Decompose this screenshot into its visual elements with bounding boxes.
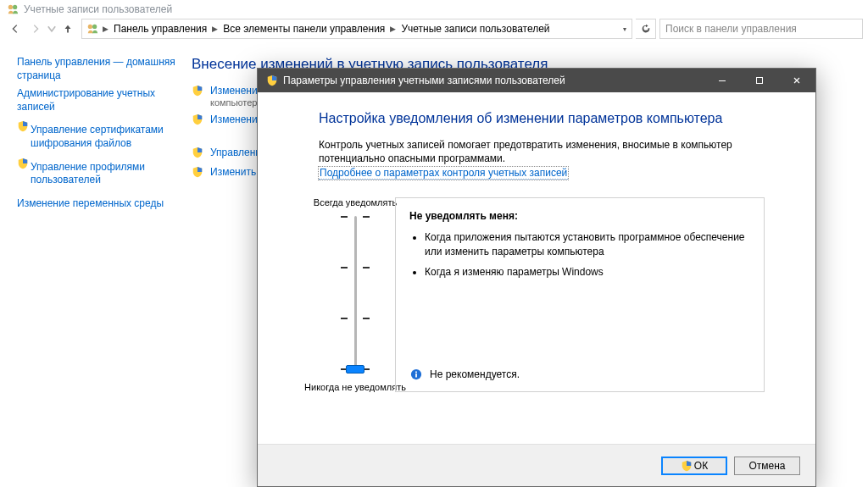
slider-thumb[interactable]: [346, 365, 364, 374]
maximize-button[interactable]: [741, 69, 778, 92]
sidebar-manage-accounts[interactable]: Администрирование учетных записей: [17, 87, 178, 113]
action-link[interactable]: Изменение: [210, 113, 263, 125]
forward-button[interactable]: [25, 19, 46, 39]
back-button[interactable]: [5, 19, 25, 39]
setting-bullets: Когда приложения пытаются установить про…: [409, 230, 750, 279]
sidebar-env-vars[interactable]: Изменение переменных среды: [17, 197, 178, 211]
shield-icon: [17, 158, 29, 172]
slider-column: Всегда уведомлять Никогда не уведомлять: [319, 197, 392, 392]
uac-dialog: Параметры управления учетными записями п…: [257, 68, 816, 487]
window-header: Учетные записи пользователей: [0, 0, 868, 17]
action-link[interactable]: Изменение: [210, 85, 263, 97]
shield-icon: [192, 166, 205, 180]
sidebar-home-link[interactable]: Панель управления — домашняя страница: [17, 56, 178, 82]
setting-title: Не уведомлять меня:: [409, 210, 750, 222]
breadcrumb[interactable]: ▶ Панель управления ▶ Все элементы панел…: [81, 19, 632, 39]
ok-label: ОК: [694, 460, 708, 472]
ok-button[interactable]: ОК: [661, 457, 727, 475]
minimize-button[interactable]: [704, 69, 741, 92]
svg-point-1: [13, 5, 17, 9]
up-button[interactable]: [58, 19, 78, 39]
user-accounts-icon: [84, 23, 101, 35]
dialog-content: Настройка уведомления об изменении парам…: [258, 92, 815, 444]
search-input[interactable]: Поиск в панели управления: [659, 19, 863, 39]
dialog-title: Параметры управления учетными записями п…: [283, 75, 704, 86]
sidebar-certificates[interactable]: Управление сертификатами шифрования файл…: [31, 124, 178, 150]
svg-point-3: [92, 25, 97, 29]
svg-point-0: [8, 5, 13, 9]
refresh-button[interactable]: [636, 19, 656, 39]
breadcrumb-item[interactable]: Учетные записи пользователей: [398, 23, 553, 35]
cancel-button[interactable]: Отмена: [734, 457, 800, 475]
svg-rect-8: [415, 372, 417, 374]
action-sub: компьютера: [210, 97, 263, 108]
shield-icon: [264, 75, 280, 86]
svg-rect-5: [757, 78, 763, 84]
cancel-label: Отмена: [748, 460, 785, 472]
shield-icon: [17, 120, 29, 135]
shield-icon: [192, 147, 205, 161]
shield-icon: [681, 460, 693, 472]
setting-description-box: Не уведомлять меня: Когда приложения пыт…: [395, 197, 765, 392]
dialog-button-bar: ОК Отмена: [258, 444, 815, 486]
slider-area: Всегда уведомлять Никогда не уведомлять …: [319, 197, 765, 392]
slider-top-label: Всегда уведомлять: [304, 197, 406, 208]
chevron-right-icon[interactable]: ▶: [101, 25, 110, 33]
chevron-right-icon[interactable]: ▶: [210, 25, 220, 33]
svg-rect-4: [719, 80, 726, 81]
user-accounts-icon: [5, 3, 20, 16]
dialog-titlebar[interactable]: Параметры управления учетными записями п…: [258, 69, 815, 92]
breadcrumb-item[interactable]: Панель управления: [110, 23, 210, 35]
dialog-description: Контроль учетных записей помогает предот…: [319, 138, 765, 165]
breadcrumb-item[interactable]: Все элементы панели управления: [220, 23, 388, 35]
shield-icon: [192, 113, 205, 128]
setting-bullet: Когда приложения пытаются установить про…: [425, 230, 750, 257]
window-title: Учетные записи пользователей: [24, 3, 172, 15]
info-icon: [409, 368, 423, 381]
svg-point-2: [88, 25, 92, 29]
close-button[interactable]: [778, 69, 815, 92]
setting-bullet: Когда я изменяю параметры Windows: [425, 265, 750, 279]
sidebar: Панель управления — домашняя страница Ад…: [17, 51, 186, 215]
chevron-right-icon[interactable]: ▶: [388, 25, 398, 33]
chevron-down-icon[interactable]: ▾: [620, 25, 630, 33]
recent-dropdown[interactable]: [46, 19, 58, 39]
search-placeholder: Поиск в панели управления: [665, 23, 797, 35]
slider-bottom-label: Никогда не уведомлять: [304, 382, 406, 392]
setting-note-text: Не рекомендуется.: [430, 368, 520, 380]
sidebar-profiles[interactable]: Управление профилями пользователей: [31, 161, 178, 187]
setting-note: Не рекомендуется.: [409, 368, 520, 381]
svg-rect-7: [415, 374, 417, 378]
navbar: ▶ Панель управления ▶ Все элементы панел…: [0, 17, 868, 44]
shield-icon: [192, 85, 205, 99]
dialog-heading: Настройка уведомления об изменении парам…: [319, 111, 765, 126]
learn-more-link[interactable]: Подробнее о параметрах контроля учетных …: [319, 167, 568, 180]
uac-slider[interactable]: [338, 216, 372, 374]
